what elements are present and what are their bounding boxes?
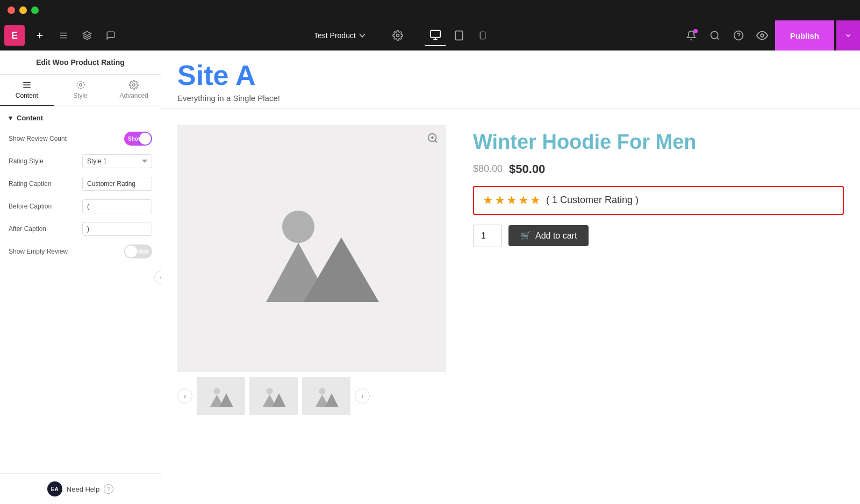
show-review-count-row: Show Review Count Show [0, 127, 161, 150]
svg-marker-31 [220, 393, 233, 407]
content-section-header[interactable]: ▾ Content [0, 106, 161, 127]
close-button[interactable] [8, 6, 15, 14]
show-empty-review-label: Show Empty Review [9, 248, 81, 255]
help-icon[interactable]: ? [104, 484, 113, 494]
before-caption-label: Before Caption [9, 203, 81, 210]
svg-rect-7 [455, 31, 462, 40]
tablet-view-button[interactable] [448, 25, 470, 46]
ea-badge: EA [47, 481, 62, 496]
svg-point-21 [133, 84, 135, 87]
minimize-button[interactable] [19, 6, 27, 14]
svg-point-11 [711, 32, 718, 39]
toggle-off-label: Hide [137, 249, 149, 255]
rating-style-select[interactable]: Style 1 Style 2 Style 3 [82, 154, 152, 168]
tab-content-label: Content [16, 92, 38, 99]
product-image-col: ‹ [177, 125, 446, 415]
desktop-view-button[interactable] [425, 25, 446, 46]
topnav: E Test Product [0, 20, 860, 51]
content-section-label: Content [17, 114, 43, 122]
layers-button[interactable] [76, 25, 98, 46]
titlebar [0, 0, 860, 20]
product-section: ‹ [161, 109, 860, 431]
show-empty-review-toggle[interactable]: Hide [124, 244, 152, 258]
rating-caption-input[interactable] [82, 177, 152, 191]
preview-button[interactable] [751, 25, 773, 46]
rating-style-row: Rating Style Style 1 Style 2 Style 3 [0, 150, 161, 172]
mobile-view-button[interactable] [472, 25, 493, 46]
after-caption-input[interactable] [82, 222, 152, 236]
site-header: Site A Everything in a Single Place! [161, 51, 860, 108]
svg-point-26 [282, 211, 314, 243]
before-caption-input[interactable] [82, 199, 152, 213]
sidebar-footer: EA Need Help ? [0, 473, 161, 504]
thumbnail-1-image [207, 385, 234, 407]
zoom-icon[interactable] [427, 132, 439, 147]
thumbnail-3[interactable] [302, 377, 350, 415]
product-prices: $80.00 $50.00 [473, 162, 844, 176]
tab-style[interactable]: Style [54, 75, 108, 106]
search-button[interactable] [704, 25, 726, 46]
settings-button[interactable] [53, 25, 74, 46]
rating-caption-control [81, 177, 153, 191]
price-old: $80.00 [473, 163, 503, 175]
thumbnail-2[interactable] [249, 377, 298, 415]
price-new: $50.00 [509, 162, 545, 176]
add-to-cart-label: Add to cart [535, 231, 577, 241]
cart-icon: 🛒 [520, 231, 531, 241]
thumbnail-prev-button[interactable]: ‹ [177, 388, 192, 404]
svg-point-20 [77, 81, 84, 89]
star-4: ★ [518, 193, 529, 207]
svg-point-29 [214, 388, 220, 394]
rating-style-label: Rating Style [9, 157, 81, 165]
product-selector[interactable]: Test Product [309, 28, 371, 43]
svg-line-23 [435, 140, 437, 142]
svg-marker-2 [83, 32, 91, 36]
show-empty-review-row: Show Empty Review Hide [0, 240, 161, 263]
topnav-center: Test Product [309, 25, 493, 46]
device-buttons [425, 25, 493, 46]
tab-content[interactable]: Content [0, 75, 54, 106]
comments-button[interactable] [100, 25, 121, 46]
quantity-input[interactable] [473, 225, 502, 247]
svg-point-32 [267, 388, 273, 394]
svg-line-12 [717, 38, 719, 40]
svg-marker-34 [273, 393, 286, 407]
publish-button[interactable]: Publish [775, 20, 834, 51]
after-caption-label: After Caption [9, 225, 81, 233]
show-review-count-control: Show [81, 132, 153, 146]
empty-review-toggle-knob [125, 246, 137, 257]
help-button[interactable] [728, 25, 749, 46]
svg-marker-37 [325, 393, 339, 407]
maximize-button[interactable] [31, 6, 39, 14]
add-element-button[interactable] [29, 25, 51, 46]
publish-dropdown-button[interactable] [836, 20, 860, 51]
canvas-area: Site A Everything in a Single Place! [161, 51, 860, 504]
before-caption-row: Before Caption [0, 195, 161, 218]
rating-style-control: Style 1 Style 2 Style 3 [81, 154, 153, 168]
tab-style-label: Style [73, 92, 88, 99]
notifications-button[interactable] [680, 25, 702, 46]
star-3: ★ [506, 193, 517, 207]
after-caption-row: After Caption [0, 218, 161, 240]
show-empty-review-toggle-wrap: Hide [124, 244, 152, 258]
rating-caption-label: Rating Caption [9, 180, 81, 188]
product-info-col: Winter Hoodie For Men $80.00 $50.00 ★ ★ … [446, 125, 844, 415]
show-review-count-toggle[interactable]: Show [124, 132, 152, 146]
site-title: Site A [177, 61, 844, 89]
product-main-image [177, 125, 446, 372]
star-1: ★ [483, 193, 493, 207]
gear-button[interactable] [388, 26, 407, 45]
product-name: Test Product [314, 31, 356, 40]
tab-advanced[interactable]: Advanced [107, 75, 161, 106]
sidebar-tabs: Content Style Advanced [0, 75, 161, 106]
thumbnail-1[interactable] [197, 377, 245, 415]
need-help-label: Need Help [67, 485, 99, 493]
star-2: ★ [494, 193, 505, 207]
add-to-cart-button[interactable]: 🛒 Add to cart [508, 225, 589, 246]
svg-point-19 [79, 84, 82, 87]
rating-box: ★ ★ ★ ★ ★ ( 1 Customer Rating ) [473, 186, 844, 215]
svg-rect-4 [431, 31, 440, 38]
thumbnail-next-button[interactable]: › [355, 388, 370, 404]
add-to-cart-row: 🛒 Add to cart [473, 225, 844, 247]
svg-marker-28 [304, 237, 379, 302]
